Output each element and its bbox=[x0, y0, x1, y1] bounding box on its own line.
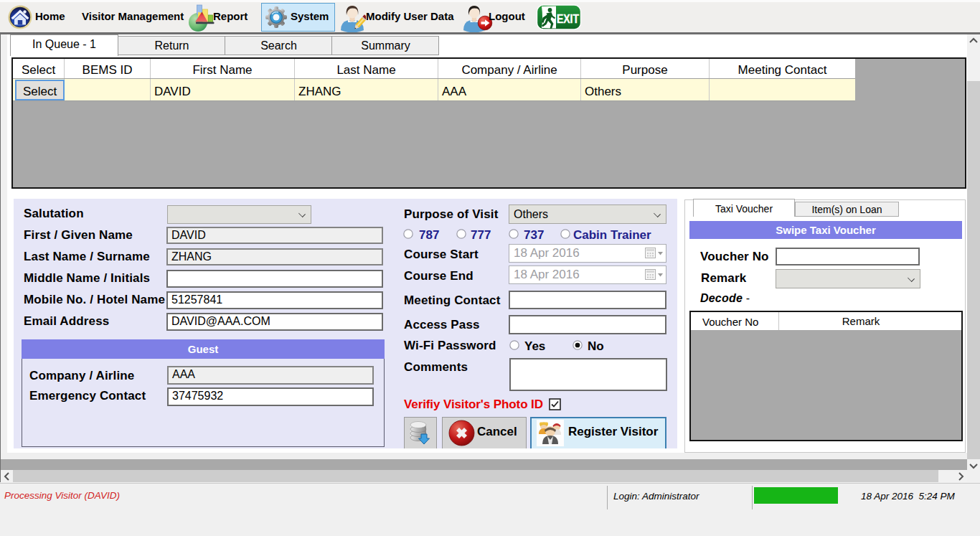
svg-text:EXIT: EXIT bbox=[557, 12, 579, 26]
